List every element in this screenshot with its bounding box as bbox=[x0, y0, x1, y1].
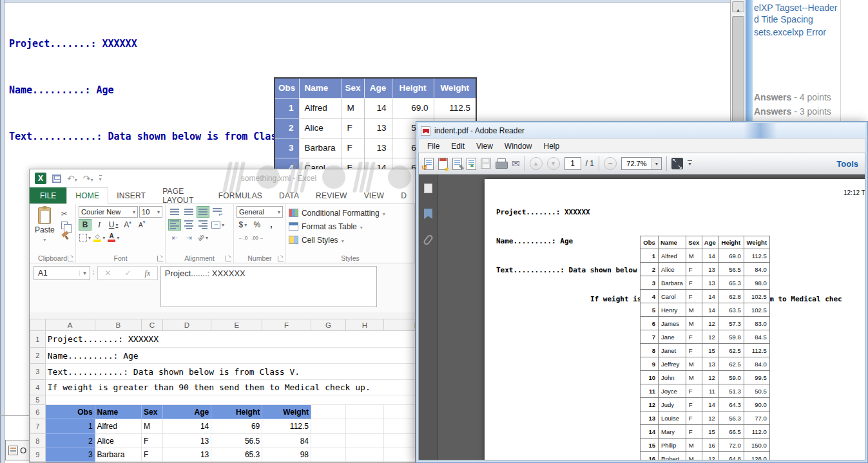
cell[interactable]: Obs bbox=[45, 405, 95, 419]
cell[interactable]: Barbara bbox=[95, 448, 141, 462]
column-header[interactable]: B bbox=[95, 319, 141, 331]
scrollbar-up-arrow-icon[interactable] bbox=[732, 1, 744, 12]
underline-button[interactable]: U bbox=[107, 219, 120, 231]
print-icon[interactable] bbox=[496, 160, 507, 169]
cell[interactable]: 65.3 bbox=[211, 448, 262, 462]
sign-document-icon[interactable] bbox=[452, 158, 462, 170]
fill-color-button[interactable] bbox=[93, 232, 106, 243]
align-top-button[interactable] bbox=[168, 206, 181, 218]
format-painter-icon[interactable] bbox=[61, 232, 69, 240]
cell[interactable]: If weight is greater than 90 then send t… bbox=[45, 380, 416, 395]
currency-button[interactable]: $ bbox=[236, 219, 249, 231]
tab-file[interactable]: FILE bbox=[30, 187, 66, 203]
tab-data[interactable]: DATA bbox=[271, 187, 307, 203]
zoom-out-button[interactable]: − bbox=[604, 157, 617, 170]
cell[interactable] bbox=[346, 405, 383, 419]
increase-decimal-icon[interactable] bbox=[236, 232, 249, 243]
zoom-level-select[interactable]: 72.7% ▼ bbox=[621, 157, 662, 170]
cell[interactable]: M bbox=[142, 419, 162, 434]
email-icon[interactable] bbox=[512, 158, 520, 169]
row-header[interactable]: 4 bbox=[30, 380, 46, 395]
adobe-titlebar[interactable]: indent.pdf - Adobe Reader bbox=[418, 123, 865, 138]
decrease-font-icon[interactable] bbox=[135, 219, 148, 231]
cell[interactable] bbox=[311, 434, 345, 448]
upload-document-icon[interactable] bbox=[467, 158, 476, 170]
enter-icon[interactable]: ✓ bbox=[124, 269, 131, 278]
row-header[interactable]: 9 bbox=[30, 448, 46, 462]
bookmarks-icon[interactable] bbox=[424, 209, 432, 219]
align-center-button[interactable] bbox=[182, 219, 195, 231]
cell[interactable]: F bbox=[142, 448, 162, 462]
italic-button[interactable]: I bbox=[93, 219, 106, 231]
row-header[interactable]: 3 bbox=[30, 364, 46, 380]
column-header[interactable]: A bbox=[45, 319, 95, 331]
column-header[interactable]: H bbox=[346, 319, 383, 331]
sheet-grid[interactable]: A B C D E F G H I 1 Project.......: XXXX… bbox=[30, 319, 416, 463]
open-file-icon[interactable] bbox=[424, 158, 434, 170]
align-bottom-button[interactable] bbox=[197, 206, 209, 218]
cell[interactable]: 3 bbox=[45, 448, 95, 462]
menu-view[interactable]: View bbox=[470, 142, 499, 151]
related-link[interactable]: sets.excelxp Error bbox=[754, 26, 826, 39]
formula-input[interactable]: Project.......: XXXXXX bbox=[160, 266, 377, 307]
conditional-formatting-button[interactable]: Conditional Formatting bbox=[289, 206, 412, 220]
cell[interactable]: 98 bbox=[262, 448, 311, 462]
next-page-button[interactable]: ▼ bbox=[547, 157, 560, 170]
row-header[interactable]: 1 bbox=[30, 331, 46, 348]
cell[interactable]: Name.........: Age bbox=[45, 348, 416, 364]
align-right-button[interactable] bbox=[197, 219, 209, 231]
dialog-launcher-icon[interactable] bbox=[278, 256, 284, 261]
related-link[interactable]: elXP Tagset--Header bbox=[754, 2, 837, 14]
undo-button[interactable] bbox=[67, 173, 77, 184]
cell[interactable] bbox=[383, 405, 416, 419]
merge-center-button[interactable] bbox=[211, 219, 225, 231]
row-header[interactable]: 6 bbox=[30, 405, 46, 419]
bold-button[interactable]: B bbox=[79, 219, 92, 231]
cell[interactable]: Alfred bbox=[95, 419, 141, 434]
dialog-launcher-icon[interactable] bbox=[157, 256, 163, 261]
cell[interactable]: Sex bbox=[142, 405, 162, 419]
excel-titlebar[interactable]: something.xml - Excel bbox=[30, 169, 415, 187]
column-header[interactable]: F bbox=[262, 319, 311, 331]
increase-indent-icon[interactable] bbox=[182, 232, 195, 243]
column-header[interactable]: I bbox=[383, 319, 416, 331]
cell[interactable]: 56.5 bbox=[211, 434, 262, 448]
cell[interactable]: 13 bbox=[162, 434, 211, 448]
page-number-input[interactable]: 1 bbox=[564, 157, 581, 170]
cell[interactable]: F bbox=[142, 434, 162, 448]
tab-review[interactable]: REVIEW bbox=[307, 187, 356, 203]
percent-button[interactable]: % bbox=[251, 219, 264, 231]
menu-file[interactable]: File bbox=[421, 142, 445, 151]
cell[interactable]: 14 bbox=[162, 419, 211, 434]
row-header[interactable]: 2 bbox=[30, 348, 46, 364]
select-all-corner[interactable] bbox=[30, 319, 46, 331]
page-thumbnails-icon[interactable] bbox=[424, 184, 432, 193]
tab-developer-partial[interactable]: D bbox=[392, 187, 415, 203]
row-header[interactable]: 7 bbox=[30, 419, 46, 434]
name-box[interactable]: A1 ▼ bbox=[34, 266, 90, 280]
cell[interactable] bbox=[383, 434, 416, 448]
dialog-launcher-icon[interactable] bbox=[226, 256, 231, 261]
cell[interactable] bbox=[45, 395, 416, 405]
cell[interactable]: Name bbox=[95, 405, 141, 419]
cell[interactable] bbox=[346, 448, 383, 462]
cell[interactable]: 84 bbox=[262, 434, 311, 448]
column-header[interactable]: D bbox=[162, 319, 211, 331]
tab-view[interactable]: VIEW bbox=[356, 187, 392, 203]
dialog-launcher-icon[interactable] bbox=[68, 256, 73, 261]
cell[interactable] bbox=[311, 419, 345, 434]
cell[interactable] bbox=[383, 419, 416, 434]
decrease-decimal-icon[interactable] bbox=[251, 232, 264, 243]
tab-formulas[interactable]: FORMULAS bbox=[210, 187, 271, 203]
cell[interactable]: Weight bbox=[262, 405, 311, 419]
column-header[interactable]: E bbox=[211, 319, 262, 331]
cancel-icon[interactable]: ✕ bbox=[104, 269, 111, 278]
cell[interactable]: Alice bbox=[95, 434, 141, 448]
column-header[interactable]: G bbox=[311, 319, 345, 331]
related-link[interactable]: d Title Spacing bbox=[754, 14, 813, 26]
tab-home[interactable]: HOME bbox=[66, 187, 108, 204]
insert-function-icon[interactable]: fx bbox=[145, 269, 151, 278]
cell[interactable] bbox=[346, 419, 383, 434]
number-format-select[interactable]: General bbox=[236, 206, 283, 218]
menu-edit[interactable]: Edit bbox=[445, 142, 470, 151]
